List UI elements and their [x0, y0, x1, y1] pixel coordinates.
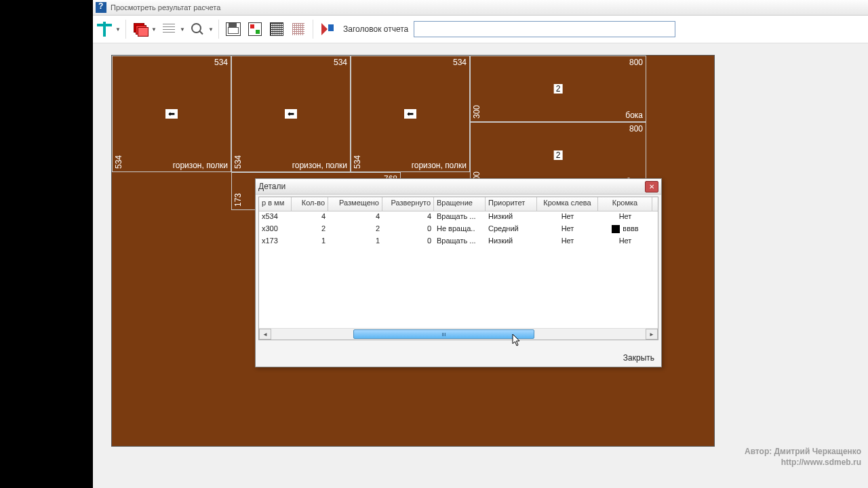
col-edge-right[interactable]: Кромка [598, 197, 652, 211]
cell: вввв [598, 224, 652, 236]
tool-measure[interactable] [94, 19, 115, 39]
panel-name-label: бока [625, 110, 643, 120]
panel-height-label: 534 [353, 155, 362, 169]
details-grid[interactable]: р в мм Кол-во Размещено Развернуто Враще… [258, 197, 658, 340]
grid-header: р в мм Кол-во Размещено Развернуто Враще… [259, 197, 658, 211]
grid-icon [292, 23, 304, 35]
machine-icon [270, 22, 283, 36]
grid-h-scrollbar[interactable]: ◄ III ► [259, 328, 658, 340]
panel-arrow-icon: ⬅ [165, 109, 178, 119]
panel-index-badge: 2 [554, 84, 563, 94]
dialog-title: Детали [258, 182, 285, 191]
scroll-left-button[interactable]: ◄ [259, 329, 271, 340]
window-title: Просмотреть результат расчета [111, 3, 220, 12]
cell: 1 [328, 236, 382, 248]
app-window: Просмотреть результат расчета ▼ ▼ ▼ ▼ За… [93, 0, 868, 488]
panel-name-label: горизон, полки [173, 161, 228, 170]
cell: Нет [598, 211, 652, 224]
scroll-thumb[interactable]: III [353, 329, 534, 339]
tool-color[interactable] [245, 19, 265, 39]
cell: 0 [382, 236, 434, 248]
panel-name-label: горизон, полки [292, 161, 347, 170]
tool-sheets[interactable] [130, 19, 151, 39]
scroll-right-button[interactable]: ► [646, 329, 658, 340]
panel-height-label: 534 [233, 155, 243, 169]
cell: 0 [382, 224, 434, 236]
panel-index-badge: 2 [554, 150, 563, 160]
cell: 2 [292, 224, 328, 236]
panel-name-label: горизон, полки [412, 161, 467, 170]
panel-arrow-icon: ⬅ [285, 109, 297, 119]
credits-author: Автор: Дмитрий Черкащенко [745, 446, 861, 457]
cut-panel[interactable]: 534534горизон, полки⬅ [351, 56, 470, 172]
col-size[interactable]: р в мм [259, 197, 292, 211]
panel-width-label: 534 [214, 58, 228, 67]
tool-zoom[interactable] [187, 19, 208, 39]
panel-width-label: 800 [629, 58, 643, 67]
tool-grid[interactable] [288, 19, 309, 39]
cell: 4 [292, 211, 328, 224]
tool-zoom-dropdown[interactable]: ▼ [208, 20, 214, 39]
cell: Нет [537, 224, 598, 236]
credits: Автор: Дмитрий Черкащенко http://www.sdm… [745, 446, 861, 468]
col-rotated[interactable]: Развернуто [382, 197, 434, 211]
cell: 1 [292, 236, 328, 248]
floppy-icon [226, 22, 241, 36]
cell: Нет [598, 236, 652, 248]
separator [218, 20, 219, 39]
stack-icon [134, 23, 147, 35]
tool-list-dropdown[interactable]: ▼ [179, 20, 186, 39]
cut-panel[interactable]: 800300бока2 [470, 56, 646, 122]
col-edge-left[interactable]: Кромка слева [537, 197, 598, 211]
panel-height-label: 534 [114, 155, 123, 169]
tool-device[interactable] [267, 19, 287, 39]
col-priority[interactable]: Приоритет [486, 197, 537, 211]
cell: 4 [328, 211, 382, 224]
flag-icon [321, 23, 334, 35]
cell: Низкий [486, 211, 537, 224]
table-row[interactable]: x534444Вращать ...НизкийНетНет [259, 211, 658, 224]
col-qty[interactable]: Кол-во [292, 197, 328, 211]
cell: Средний [486, 224, 537, 236]
magnifier-icon [191, 23, 203, 35]
tool-measure-dropdown[interactable]: ▼ [115, 20, 121, 39]
ruler-cross-icon [97, 22, 112, 37]
color-swatch-icon [612, 225, 620, 233]
tool-sheets-dropdown[interactable]: ▼ [151, 20, 157, 39]
table-row[interactable]: x300220Не враща..СреднийНетвввв [259, 224, 658, 236]
separator [313, 20, 313, 39]
cell: Не враща.. [434, 224, 486, 236]
tool-list[interactable] [159, 19, 179, 39]
cell: Низкий [486, 236, 537, 248]
color-squares-icon [248, 22, 262, 36]
col-placed[interactable]: Размещено [328, 197, 382, 211]
title-bar[interactable]: Просмотреть результат расчета [93, 0, 868, 16]
toolbar: ▼ ▼ ▼ ▼ Заголовок отчета [93, 16, 868, 43]
cell: x300 [259, 224, 292, 236]
app-icon [96, 2, 106, 13]
col-rotation[interactable]: Вращение [434, 197, 486, 211]
cut-panel[interactable]: 534534горизон, полки⬅ [231, 56, 351, 172]
tool-save[interactable] [223, 19, 243, 39]
panel-height-label: 300 [472, 105, 481, 119]
report-title-input[interactable] [414, 21, 675, 37]
cut-panel[interactable]: 534534горизон, полки⬅ [112, 56, 231, 172]
table-row[interactable]: x173110Вращать ...НизкийНетНет [259, 236, 658, 248]
cell: Вращать ... [434, 236, 486, 248]
panel-width-label: 534 [453, 58, 467, 67]
close-button[interactable]: Закрыть [623, 353, 654, 363]
report-title-label: Заголовок отчета [343, 24, 408, 34]
list-icon [163, 24, 175, 35]
details-dialog: Детали ✕ р в мм Кол-во Размещено Разверн… [255, 178, 662, 367]
cell: 2 [328, 224, 382, 236]
scroll-track[interactable]: III [272, 329, 645, 339]
tool-report[interactable] [317, 19, 338, 39]
cell: Вращать ... [434, 211, 486, 224]
panel-height-label: 173 [233, 193, 243, 207]
panel-width-label: 534 [334, 58, 347, 67]
dialog-close-button[interactable]: ✕ [645, 181, 658, 192]
cell: x534 [259, 211, 292, 224]
dialog-titlebar[interactable]: Детали ✕ [256, 179, 661, 195]
credits-url: http://www.sdmeb.ru [745, 457, 861, 468]
panel-width-label: 800 [629, 124, 643, 134]
